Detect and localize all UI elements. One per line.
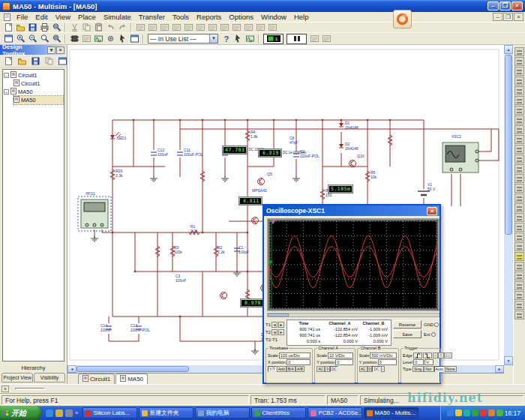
ext-radio[interactable]: Ext: [424, 332, 436, 337]
timebase-scale-value[interactable]: 100 us/Div: [279, 352, 311, 358]
timebase-mode-ab[interactable]: A/B: [296, 366, 304, 372]
instrument-icon[interactable]: [514, 272, 524, 280]
tray-icon[interactable]: [447, 410, 454, 416]
menu-edit[interactable]: Edit: [32, 13, 51, 21]
instrument-icon[interactable]: [514, 252, 524, 261]
instrument-icon[interactable]: [514, 242, 524, 251]
instrument-icon[interactable]: [514, 57, 524, 66]
channel-b-scale-value[interactable]: 500 mV/Div: [370, 352, 397, 358]
timebase-xpos-value[interactable]: 0: [286, 359, 310, 365]
menu-place[interactable]: Place: [74, 13, 100, 21]
menu-help[interactable]: Help: [290, 13, 313, 21]
instrument-icon[interactable]: [514, 86, 524, 95]
instrument-icon[interactable]: [514, 281, 524, 290]
oscilloscope-titlebar[interactable]: Oscilloscope-XSC1 ×: [264, 206, 440, 216]
spreadsheet-close-button[interactable]: ×: [2, 386, 9, 392]
instrument-icon[interactable]: [514, 291, 524, 300]
channel-a-mode-0[interactable]: 0: [325, 366, 330, 372]
trigger-level-value[interactable]: 0: [413, 359, 424, 365]
channel-a-mode-dc[interactable]: DC: [330, 366, 338, 372]
tree-leaf-circuit1[interactable]: Circuit1: [14, 80, 63, 88]
tray-icon[interactable]: [488, 410, 495, 416]
instrument-icon[interactable]: [92, 34, 104, 44]
falling-edge-button[interactable]: [423, 352, 432, 358]
menu-tools[interactable]: Tools: [169, 13, 193, 21]
channel-a-scale-value[interactable]: 10 V/Div: [328, 352, 353, 358]
sheet-tab-ma50[interactable]: MA50: [116, 374, 148, 384]
instrument-icon[interactable]: [514, 96, 524, 105]
minimize-button[interactable]: –: [488, 2, 499, 10]
instrument-icon[interactable]: [514, 135, 524, 144]
oscilloscope-scroll-thumb[interactable]: [268, 314, 289, 316]
channel-b-ypos-value[interactable]: 0: [378, 359, 397, 365]
zoom-out-icon[interactable]: [26, 34, 38, 44]
trigger-level-unit[interactable]: V: [424, 359, 434, 365]
horizontal-scroll-thumb[interactable]: [76, 366, 189, 372]
open-design-icon[interactable]: [16, 56, 28, 66]
new-sheet-icon[interactable]: [56, 56, 68, 66]
print-icon[interactable]: [38, 22, 50, 33]
quick-launch-expand-icon[interactable]: »: [75, 410, 78, 416]
sheet-tab-circuit1[interactable]: Circuit1: [78, 374, 115, 384]
mdi-restore-button[interactable]: ❐: [503, 13, 513, 21]
mdi-close-button[interactable]: ×: [514, 13, 524, 21]
quick-launch-icon[interactable]: [65, 410, 73, 417]
menu-transfer[interactable]: Transfer: [135, 13, 169, 21]
canvas-vertical-scrollbar[interactable]: ▲ ▼: [504, 45, 513, 365]
close-button[interactable]: ×: [512, 2, 523, 10]
options-icon[interactable]: [104, 34, 116, 44]
taskbar-task[interactable]: MA50 - Multis...: [364, 407, 418, 418]
instrument-icon[interactable]: [514, 116, 524, 124]
instrument-icon[interactable]: [514, 232, 524, 242]
mdi-minimize-button[interactable]: –: [493, 13, 502, 21]
oscilloscope-window[interactable]: Oscilloscope-XSC1 × T1◄►T2◄►T2-T1 TimeCh…: [262, 204, 441, 384]
probe-icon[interactable]: [244, 34, 256, 44]
rising-edge-button[interactable]: [413, 352, 422, 358]
trigger-type-nor[interactable]: Nor.: [424, 366, 434, 372]
vertical-scroll-thumb[interactable]: [505, 55, 512, 235]
tab-visibility[interactable]: Visibility: [34, 373, 65, 382]
cursor-right-arrow[interactable]: ►: [278, 329, 284, 335]
reverse-button[interactable]: Reverse: [393, 320, 422, 328]
cursor-left-arrow[interactable]: ◄: [272, 329, 278, 335]
menu-reports[interactable]: Reports: [193, 13, 225, 21]
zoom-area-icon[interactable]: [38, 34, 50, 44]
instrument-icon[interactable]: [514, 145, 524, 154]
grapher-icon[interactable]: [128, 34, 140, 44]
print-preview-icon[interactable]: [50, 22, 62, 33]
channel-b-mode-0[interactable]: 0: [368, 366, 373, 372]
instrument-icon[interactable]: [514, 194, 524, 202]
new-design-icon[interactable]: [2, 56, 14, 66]
instrument-icon[interactable]: [514, 203, 524, 212]
scroll-up-arrow[interactable]: ▲: [504, 45, 513, 54]
tree-node-circuit1[interactable]: -Circuit1: [4, 71, 63, 80]
scroll-left-arrow[interactable]: ◄: [68, 365, 76, 373]
channel-b-mode-[interactable]: -: [381, 366, 386, 372]
design-toolbox-titlebar[interactable]: Design Toolbox ▾ ×: [0, 45, 67, 55]
expand-icon[interactable]: -: [4, 89, 9, 94]
instrument-icon[interactable]: [514, 301, 524, 310]
cursor-left-arrow[interactable]: ◄: [272, 322, 278, 328]
instrument-icon[interactable]: [514, 47, 524, 56]
tree-leaf-ma50[interactable]: MA50: [14, 96, 63, 104]
instrument-icon[interactable]: [514, 213, 524, 222]
menu-window[interactable]: Window: [257, 13, 290, 21]
instrument-icon[interactable]: [514, 310, 524, 320]
zoom-fit-icon[interactable]: [50, 34, 62, 44]
scroll-down-arrow[interactable]: ▼: [504, 356, 513, 365]
taskbar-task[interactable]: Client99ss: [251, 407, 306, 418]
instrument-icon[interactable]: [514, 76, 524, 86]
open-icon[interactable]: [14, 22, 26, 33]
instrument-icon[interactable]: [514, 174, 524, 183]
menu-file[interactable]: File: [13, 13, 32, 21]
start-button[interactable]: 开始: [0, 406, 42, 420]
tray-icon[interactable]: [480, 410, 487, 416]
maximize-button[interactable]: ❐: [500, 2, 511, 10]
run-simulation-button[interactable]: 1: [263, 34, 284, 44]
instrument-icon[interactable]: [514, 223, 524, 232]
tray-icon[interactable]: [464, 410, 470, 416]
instrument-icon[interactable]: [514, 125, 524, 134]
instrument-icon[interactable]: [514, 262, 524, 271]
help-icon[interactable]: ?: [220, 34, 232, 44]
instrument-icon[interactable]: [514, 154, 524, 164]
